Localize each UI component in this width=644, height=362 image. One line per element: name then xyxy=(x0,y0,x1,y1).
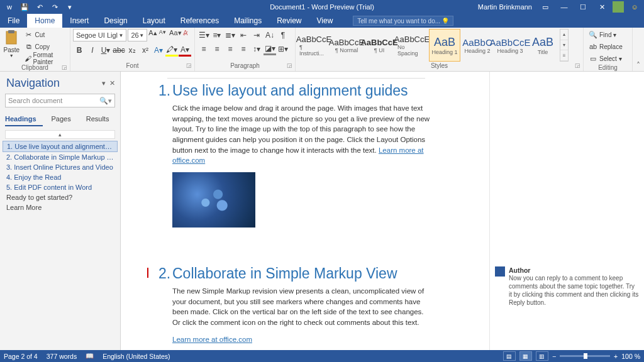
replace-button[interactable]: abReplace xyxy=(586,41,625,52)
paste-button[interactable]: Paste ▼ xyxy=(3,29,21,64)
view-read-icon[interactable]: ▤ xyxy=(503,351,516,361)
tab-references[interactable]: References xyxy=(173,14,226,28)
font-size-combo[interactable]: 26▼ xyxy=(128,29,147,41)
ribbon-options-icon[interactable]: ▭ xyxy=(536,0,555,14)
tab-design[interactable]: Design xyxy=(96,14,135,28)
minimize-icon[interactable]: — xyxy=(555,0,574,14)
style-heading-3[interactable]: AaBbCcEHeading 3 xyxy=(494,29,526,62)
nav-item[interactable]: 3. Insert Online Pictures and Video xyxy=(3,162,118,172)
user-name[interactable]: Martin Brinkmann xyxy=(478,3,536,11)
superscript-button[interactable]: x² xyxy=(139,44,152,57)
status-proofing-icon[interactable]: 📖 xyxy=(86,352,94,360)
styles-dialog-icon[interactable]: ◲ xyxy=(575,62,580,69)
nav-item[interactable]: 5. Edit PDF content in Word xyxy=(3,182,118,192)
status-language[interactable]: English (United States) xyxy=(103,353,170,360)
style-title[interactable]: AaBTitle xyxy=(527,29,558,62)
style-heading-2[interactable]: AaBbCHeading 2 xyxy=(462,29,493,62)
redo-icon[interactable]: ↷ xyxy=(48,1,62,13)
word-icon[interactable]: w xyxy=(3,1,16,13)
nav-collapse-icon[interactable]: ▴ xyxy=(5,130,115,139)
nav-item[interactable]: 4. Enjoy the Read xyxy=(3,172,118,182)
nav-close-icon[interactable]: ✕ xyxy=(109,79,115,87)
show-marks-button[interactable]: ¶ xyxy=(277,29,289,41)
multilevel-button[interactable]: ≣▾ xyxy=(224,29,236,41)
paragraph-1[interactable]: Click the image below and drag it around… xyxy=(172,103,430,166)
style-no-spacing[interactable]: AaBbCcENo Spacing xyxy=(396,29,428,62)
maximize-icon[interactable]: ☐ xyxy=(574,0,592,14)
tab-home[interactable]: Home xyxy=(27,14,62,28)
shading-button[interactable]: ◪▾ xyxy=(264,43,276,55)
nav-search-input[interactable]: Search document 🔍▾ xyxy=(5,94,115,107)
nav-item[interactable]: 2. Collaborate in Simple Markup View xyxy=(3,152,118,162)
clear-format-icon[interactable]: A̷ xyxy=(183,29,192,41)
font-dialog-icon[interactable]: ◲ xyxy=(186,62,192,69)
nav-item[interactable]: Learn More xyxy=(3,202,118,212)
status-words[interactable]: 377 words xyxy=(47,353,77,360)
subscript-button[interactable]: x₂ xyxy=(126,44,138,57)
nav-tab-headings[interactable]: Headings xyxy=(5,112,43,126)
tab-view[interactable]: View xyxy=(309,14,341,28)
style---instructi---[interactable]: AaBbCcE¶ Instructi... xyxy=(298,29,330,62)
font-name-combo[interactable]: Segoe UI Ligl▼ xyxy=(73,29,126,41)
nav-tab-pages[interactable]: Pages xyxy=(52,112,77,126)
italic-button[interactable]: I xyxy=(86,44,99,57)
numbering-button[interactable]: ≡▾ xyxy=(211,29,223,41)
decrease-indent-button[interactable]: ⇤ xyxy=(237,29,250,41)
change-case-icon[interactable]: Aa▾ xyxy=(169,29,181,41)
close-icon[interactable]: ✕ xyxy=(592,0,611,14)
status-page[interactable]: Page 2 of 4 xyxy=(4,353,38,360)
bullets-button[interactable]: ☰▾ xyxy=(197,29,210,41)
style-heading-1[interactable]: AaBHeading 1 xyxy=(429,29,460,62)
borders-button[interactable]: ⊞▾ xyxy=(277,43,289,55)
format-painter-button[interactable]: 🖌Format Painter xyxy=(22,53,67,64)
select-button[interactable]: ▭Select ▾ xyxy=(586,53,625,64)
tab-file[interactable]: File xyxy=(0,14,27,28)
tab-insert[interactable]: Insert xyxy=(62,14,96,28)
paragraph-dialog-icon[interactable]: ◲ xyxy=(287,62,292,69)
highlight-button[interactable]: 🖍▾ xyxy=(165,44,178,57)
cut-button[interactable]: ✂Cut xyxy=(22,29,67,40)
align-left-button[interactable]: ≡ xyxy=(197,43,210,55)
paragraph-2[interactable]: The new Simple Markup revision view pres… xyxy=(172,286,430,328)
emoji-icon[interactable]: ☺ xyxy=(625,0,644,14)
align-right-button[interactable]: ≡ xyxy=(224,43,236,55)
zoom-level[interactable]: 100 % xyxy=(621,353,640,360)
qat-customize-icon[interactable]: ▾ xyxy=(63,1,77,13)
strike-button[interactable]: abc xyxy=(113,44,125,57)
view-web-icon[interactable]: ▥ xyxy=(536,351,548,361)
zoom-in-icon[interactable]: + xyxy=(614,353,618,360)
style---ui[interactable]: AaBbCcE¶ UI xyxy=(364,29,395,62)
shrink-font-icon[interactable]: A▾ xyxy=(159,29,168,41)
underline-button[interactable]: U▾ xyxy=(99,44,112,57)
nav-item[interactable]: 1. Use live layout and alignment gui... xyxy=(3,141,118,152)
change-marker[interactable] xyxy=(147,268,148,278)
link-learn-more-2[interactable]: Learn more at office.com xyxy=(172,336,252,343)
styles-gallery-scroll[interactable]: ▴▾≡ xyxy=(560,29,569,62)
align-center-button[interactable]: ≡ xyxy=(211,43,223,55)
nav-item[interactable]: Ready to get started? xyxy=(3,192,118,202)
tab-mailings[interactable]: Mailings xyxy=(226,14,269,28)
undo-icon[interactable]: ↶ xyxy=(33,1,47,13)
comment[interactable]: Author Now you can reply to a comment to… xyxy=(495,266,639,307)
tab-layout[interactable]: Layout xyxy=(135,14,173,28)
user-avatar[interactable] xyxy=(613,1,624,13)
heading-1[interactable]: 1.Use live layout and alignment guides xyxy=(158,82,478,99)
document-page[interactable]: 1.Use live layout and alignment guides C… xyxy=(121,72,489,350)
zoom-slider[interactable] xyxy=(560,355,610,357)
grow-font-icon[interactable]: A▴ xyxy=(148,29,157,41)
tab-review[interactable]: Review xyxy=(269,14,309,28)
nav-tab-results[interactable]: Results xyxy=(86,112,116,126)
clipboard-dialog-icon[interactable]: ◲ xyxy=(62,64,67,70)
view-print-icon[interactable]: ▦ xyxy=(519,351,532,361)
bold-button[interactable]: B xyxy=(73,44,86,57)
increase-indent-button[interactable]: ⇥ xyxy=(250,29,263,41)
style---normal[interactable]: AaBbCcE¶ Normal xyxy=(331,29,362,62)
font-color-button[interactable]: A▾ xyxy=(179,44,191,57)
nav-menu-icon[interactable]: ▾ xyxy=(102,79,106,87)
zoom-out-icon[interactable]: − xyxy=(552,353,556,360)
text-effects-button[interactable]: A▾ xyxy=(152,44,165,57)
heading-2[interactable]: 2.Collaborate in Simple Markup View xyxy=(158,265,478,282)
inline-image[interactable] xyxy=(172,172,255,228)
collapse-ribbon-icon[interactable]: ˄ xyxy=(633,28,644,71)
tell-me-box[interactable]: Tell me what you want to do... 💡 xyxy=(353,16,453,26)
